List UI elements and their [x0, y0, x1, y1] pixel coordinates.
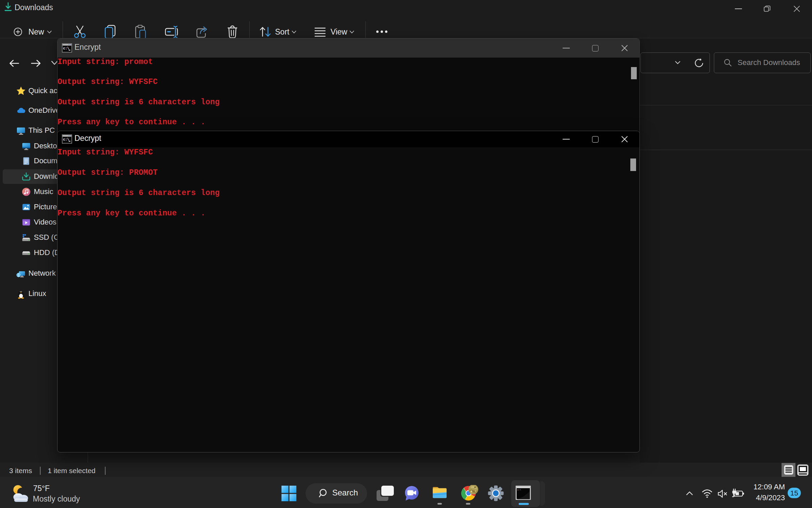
svg-text:c:\: c:\: [63, 47, 69, 50]
svg-text:c:\: c:\: [63, 138, 69, 142]
svg-text:c:\: c:\: [517, 489, 521, 491]
